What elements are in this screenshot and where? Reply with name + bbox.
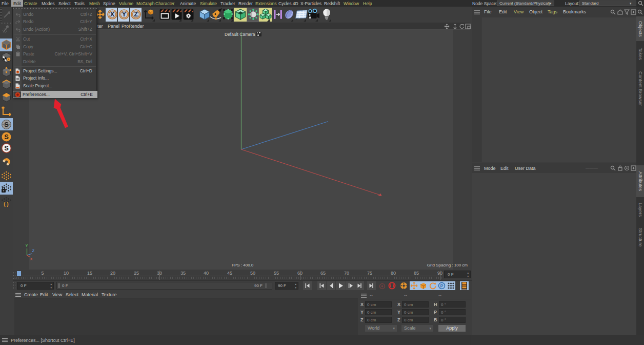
svg-text:S: S [4,121,9,128]
svg-text:Z: Z [32,248,35,253]
svg-text:X: X [30,257,33,261]
svg-text:S: S [4,133,9,141]
svg-text:Y: Y [122,11,127,18]
svg-text:X: X [110,11,115,18]
svg-text:Y: Y [25,243,28,248]
svg-text:( ): ( ) [4,201,8,207]
svg-text:S: S [4,144,9,152]
svg-text:P: P [440,283,443,289]
svg-text:Z: Z [134,11,138,18]
